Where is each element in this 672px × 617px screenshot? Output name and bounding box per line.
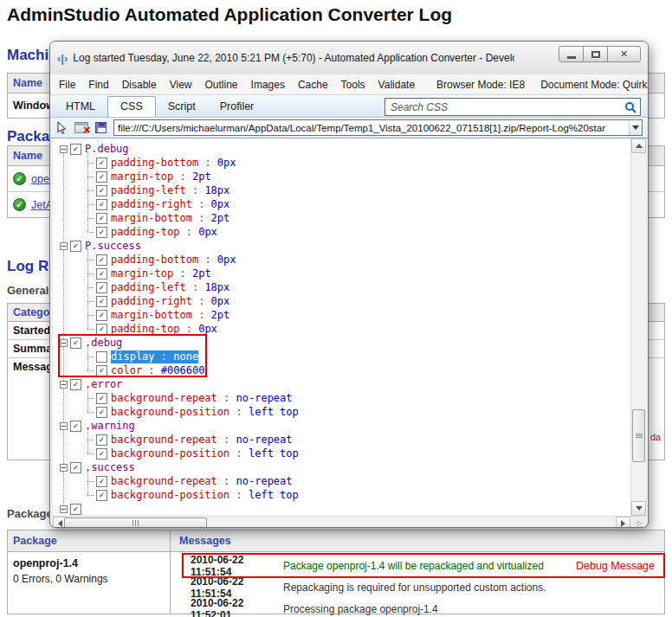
horizontal-scrollbar[interactable] (53, 516, 645, 528)
checkbox-checked[interactable]: ✓ (70, 504, 81, 515)
css-property-row[interactable]: ✓margin-bottom : 2pt (53, 211, 630, 225)
minimize-button[interactable] (559, 46, 584, 62)
menu-item-validate[interactable]: Validate (378, 79, 415, 91)
css-selector-row[interactable]: ✓.debug (53, 336, 630, 350)
selected-property: display : none (111, 350, 198, 363)
scroll-down-button[interactable] (631, 501, 646, 516)
checkbox-checked[interactable]: ✓ (96, 199, 107, 210)
css-selector-row[interactable]: ✓.warning (53, 419, 630, 433)
css-property-row[interactable]: ✓padding-right : 0px (53, 197, 630, 211)
css-selector-row-partial[interactable]: ✓ (53, 502, 630, 516)
collapse-minus-icon[interactable] (60, 505, 68, 513)
save-icon[interactable] (95, 122, 107, 133)
checkbox-checked[interactable]: ✓ (96, 282, 107, 293)
tab-script[interactable]: Script (156, 97, 208, 117)
css-property-row[interactable]: ✓padding-top : 0px (53, 225, 630, 239)
collapse-minus-icon[interactable] (60, 242, 68, 250)
checkbox-checked[interactable]: ✓ (96, 324, 107, 335)
tab-css[interactable]: CSS (107, 96, 156, 117)
css-property-row[interactable]: ✓padding-right : 0px (53, 294, 630, 308)
search-icon[interactable] (624, 101, 636, 113)
checkbox-checked[interactable]: ✓ (96, 227, 107, 238)
css-property-row[interactable]: ✓background-position : left top (53, 405, 630, 419)
message-text: Package openproj-1.4 will be repackaged … (283, 560, 544, 572)
horizontal-scroll-track[interactable] (53, 517, 645, 528)
search-placeholder: Search CSS (391, 101, 624, 113)
css-property-row[interactable]: ✓background-repeat : no-repeat (53, 391, 630, 405)
document-mode-label[interactable]: Document Mode: Quirks (540, 79, 649, 91)
css-property-row[interactable]: ✓padding-bottom : 0px (53, 253, 630, 267)
checkbox-checked[interactable]: ✓ (70, 241, 81, 252)
checkbox-checked[interactable]: ✓ (96, 490, 107, 501)
browser-mode-label[interactable]: Browser Mode: IE8 (436, 79, 525, 91)
css-property-row[interactable]: ✓background-position : left top (53, 447, 630, 460)
close-button[interactable]: ✕ (607, 46, 641, 62)
window-titlebar[interactable]: ‹|› Log started Tuesday, June 22, 2010 5… (50, 42, 648, 74)
horizontal-scroll-thumb[interactable] (64, 517, 207, 528)
checkbox-checked[interactable]: ✓ (96, 213, 107, 224)
css-property-row[interactable]: ✓background-position : left top (53, 488, 630, 502)
css-property-row[interactable]: ✓padding-bottom : 0px (53, 156, 630, 170)
collapse-minus-icon[interactable] (60, 381, 68, 389)
checkbox-checked[interactable]: ✓ (70, 379, 81, 390)
collapse-minus-icon[interactable] (60, 339, 68, 347)
css-property-row[interactable]: ✓background-repeat : no-repeat (53, 474, 630, 488)
checkbox-checked[interactable]: ✓ (70, 337, 81, 349)
select-element-cursor-icon[interactable] (55, 121, 68, 135)
maximize-button[interactable] (583, 46, 608, 62)
css-property-row[interactable]: ✓background-repeat : no-repeat (53, 433, 630, 447)
css-property-row[interactable]: ✓margin-top : 2pt (53, 267, 630, 280)
checkbox-checked[interactable]: ✓ (96, 393, 107, 404)
checkbox-checked[interactable]: ✓ (96, 434, 107, 446)
checkbox-checked[interactable]: ✓ (70, 421, 81, 432)
menu-item-file[interactable]: File (59, 79, 75, 91)
collapse-minus-icon[interactable] (60, 464, 68, 472)
menu-item-tools[interactable]: Tools (341, 79, 365, 91)
file-address-dropdown[interactable]: file:///C:/Users/michaelurman/AppData/Lo… (113, 119, 643, 136)
menu-item-images[interactable]: Images (251, 79, 285, 91)
menu-item-cache[interactable]: Cache (298, 79, 328, 91)
css-property-row[interactable]: ✓color : #006600 (53, 363, 630, 377)
checkbox-checked[interactable]: ✓ (96, 476, 107, 487)
css-property-row[interactable]: display : none (53, 350, 630, 363)
css-property-row[interactable]: ✓margin-top : 2pt (53, 170, 630, 183)
checkbox-checked[interactable]: ✓ (96, 310, 107, 321)
menu-item-find[interactable]: Find (88, 79, 108, 91)
scroll-up-button[interactable] (631, 138, 646, 153)
css-property-row[interactable]: ✓padding-left : 18px (53, 280, 630, 294)
collapse-minus-icon[interactable] (60, 422, 68, 430)
css-property-row[interactable]: ✓margin-bottom : 2pt (53, 308, 630, 322)
css-property-row[interactable]: ✓padding-top : 0px (53, 322, 630, 336)
search-box[interactable]: Search CSS (384, 98, 641, 116)
checkbox-checked[interactable]: ✓ (96, 254, 107, 266)
tab-html[interactable]: HTML (54, 97, 107, 117)
checkbox-checked[interactable]: ✓ (96, 157, 107, 169)
checkbox-checked[interactable]: ✓ (96, 171, 107, 183)
menu-item-view[interactable]: View (170, 79, 192, 91)
tab-profiler[interactable]: Profiler (208, 97, 267, 117)
checkbox-checked[interactable]: ✓ (70, 144, 81, 155)
resize-grip[interactable] (630, 517, 645, 528)
clear-cache-icon[interactable] (74, 122, 88, 133)
address-dropdown-button[interactable] (629, 120, 642, 135)
checkbox-checked[interactable]: ✓ (96, 268, 107, 280)
checkbox-checked[interactable]: ✓ (96, 448, 107, 460)
checkbox-checked[interactable]: ✓ (70, 462, 81, 473)
triangle-right-icon (621, 520, 625, 527)
css-selector-row[interactable]: ✓P.debug (53, 142, 630, 156)
css-selector-row[interactable]: ✓P.success (53, 239, 630, 253)
css-selector-row[interactable]: ✓.error (53, 377, 630, 391)
vertical-scrollbar[interactable] (630, 138, 645, 516)
css-selector-row[interactable]: ✓.success (53, 460, 630, 474)
vertical-scroll-thumb[interactable] (632, 409, 645, 462)
checkbox-checked[interactable]: ✓ (96, 296, 107, 307)
menu-item-disable[interactable]: Disable (122, 79, 157, 91)
checkbox-checked[interactable]: ✓ (96, 407, 107, 418)
checkbox-unchecked[interactable] (96, 351, 107, 363)
menu-item-outline[interactable]: Outline (205, 79, 238, 91)
collapse-minus-icon[interactable] (60, 145, 68, 153)
scroll-right-button[interactable] (616, 517, 630, 528)
css-property-row[interactable]: ✓padding-left : 18px (53, 183, 630, 197)
checkbox-checked[interactable]: ✓ (96, 365, 107, 376)
checkbox-checked[interactable]: ✓ (96, 185, 107, 196)
